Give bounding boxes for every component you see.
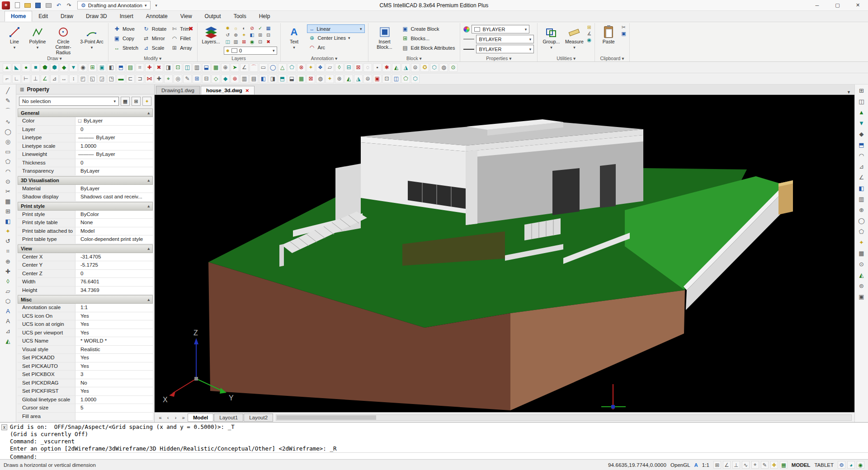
toolbar-icon[interactable]: ⬠ xyxy=(401,75,410,83)
snap-tool-icon[interactable]: ⊕ xyxy=(859,207,864,213)
toolbar-icon[interactable]: ▦ xyxy=(212,63,220,72)
toolbar-icon[interactable]: ▲ xyxy=(3,63,11,72)
toolbar-icon[interactable]: ⊞ xyxy=(193,75,201,83)
snap-tool-icon[interactable]: ◭ xyxy=(859,272,864,278)
snap-tool-icon[interactable]: ◫ xyxy=(859,98,864,105)
properties-group-label[interactable]: Properties ▾ xyxy=(460,56,537,61)
draw-tool-icon[interactable]: ✚ xyxy=(5,268,10,275)
toolbar-icon[interactable]: ✪ xyxy=(420,63,429,72)
selection-select[interactable]: No selection ▾ xyxy=(19,97,119,106)
draw-tool-icon[interactable]: ◠ xyxy=(5,168,10,175)
tab-edit[interactable]: Edit xyxy=(32,11,54,22)
property-panel-header[interactable]: ▥ Property xyxy=(16,85,154,94)
snap-tool-icon[interactable]: ⊿ xyxy=(859,163,864,170)
toolbar-icon[interactable]: △ xyxy=(278,63,287,72)
toolbar-icon[interactable]: ▬ xyxy=(117,75,125,83)
status-right-icon[interactable]: ⚙ xyxy=(838,461,845,469)
snap-tool-icon[interactable]: ⊙ xyxy=(859,261,864,268)
toolbar-icon[interactable]: ▭ xyxy=(259,63,268,72)
tab-list-icon[interactable]: ▼ xyxy=(847,90,851,94)
draw-tool-icon[interactable]: ⬡ xyxy=(5,298,10,305)
layer-tool-icon[interactable]: ◫ xyxy=(224,39,232,44)
drawing-tab-drawing1[interactable]: Drawing1.dwg xyxy=(156,86,200,94)
property-value[interactable]: Yes xyxy=(75,312,153,320)
property-row[interactable]: Annotation scale1:1 xyxy=(18,304,153,312)
property-row[interactable]: UCS icon OnYes xyxy=(18,312,153,321)
tablet-toggle[interactable]: TABLET xyxy=(814,462,834,468)
toolbar-icon[interactable]: ⊜ xyxy=(411,63,420,72)
toolbar-icon[interactable]: ▦ xyxy=(297,75,306,83)
command-close-icon[interactable]: x xyxy=(1,424,7,430)
property-value[interactable] xyxy=(75,413,153,421)
toolbar-icon[interactable]: ◧ xyxy=(107,63,116,72)
toolbar-icon[interactable]: ✚ xyxy=(145,63,154,72)
toolbar-icon[interactable]: ⊙ xyxy=(449,63,458,72)
draw-tool-icon[interactable]: ⌗ xyxy=(6,248,9,255)
toolbar-icon[interactable]: ✚ xyxy=(155,75,163,83)
tab-output[interactable]: Output xyxy=(198,11,227,22)
status-toggle-icon[interactable]: ✎ xyxy=(761,461,769,469)
circle-button[interactable]: Circle Center-Radius xyxy=(50,24,76,55)
property-value[interactable]: Realistic xyxy=(75,346,153,354)
toolbar-icon[interactable]: ⬡ xyxy=(411,75,420,83)
draw-tool-icon[interactable]: ▱ xyxy=(6,288,10,295)
modify-tool-button[interactable]: ⇄Mirror xyxy=(141,34,168,43)
property-row[interactable]: Print style tableNone xyxy=(18,219,153,227)
draw-tool-icon[interactable]: ◯ xyxy=(5,128,11,135)
tab-annotate[interactable]: Annotate xyxy=(140,11,174,22)
layer-tool-icon[interactable]: ◧ xyxy=(248,32,256,38)
property-value[interactable]: Yes xyxy=(75,387,153,395)
model-space-toggle[interactable]: MODEL xyxy=(792,462,811,468)
toolbar-icon[interactable]: ⊏ xyxy=(126,75,135,83)
section-header-3d-visualisation[interactable]: 3D Visualisation ▴ xyxy=(18,176,153,185)
status-toggle-icon[interactable]: ⌖ xyxy=(751,461,759,469)
toolbar-icon[interactable]: ✦ xyxy=(307,63,315,72)
property-row[interactable]: Color□ByLayer xyxy=(18,117,153,126)
snap-tool-icon[interactable]: ▦ xyxy=(859,250,864,257)
layer-tool-icon[interactable]: ◐ xyxy=(240,25,248,31)
toolbar-icon[interactable]: ⬡ xyxy=(430,63,439,72)
draw-tool-icon[interactable]: ⌒ xyxy=(5,107,11,115)
toolbar-icon[interactable]: ⊡ xyxy=(174,63,182,72)
blocks-button[interactable]: ⊞ Blocks... xyxy=(400,34,457,43)
toolbar-icon[interactable]: ⬒ xyxy=(278,75,287,83)
property-row[interactable]: Set PICKAUTOYes xyxy=(18,362,153,371)
snap-tool-icon[interactable]: ⊞ xyxy=(859,87,864,94)
minimize-button[interactable]: ─ xyxy=(807,0,827,11)
property-value[interactable]: None xyxy=(75,219,153,227)
toolbar-icon[interactable]: ◫ xyxy=(392,75,401,83)
property-row[interactable]: Lineweight———ByLayer xyxy=(18,150,153,159)
toolbar-icon[interactable]: ⌐ xyxy=(3,75,11,83)
toolbar-icon[interactable]: ● xyxy=(22,63,30,72)
property-row[interactable]: Layer0 xyxy=(18,126,153,134)
draw-tool-icon[interactable]: A xyxy=(6,318,10,324)
toolbar-icon[interactable]: ⌒ xyxy=(250,63,258,72)
draw-tool-icon[interactable]: ╱ xyxy=(6,87,10,94)
toolbar-icon[interactable]: ⌖ xyxy=(164,75,173,83)
last-layout-button[interactable]: » xyxy=(179,415,187,420)
layer-tool-icon[interactable]: ▦ xyxy=(264,25,273,31)
draw-tool-icon[interactable]: ↺ xyxy=(5,238,10,244)
toolbar-icon[interactable]: ▤ xyxy=(126,63,135,72)
draw-tool-icon[interactable]: ◧ xyxy=(5,218,10,225)
layer-tool-icon[interactable]: ⊘ xyxy=(248,25,256,31)
property-value[interactable]: ByLayer xyxy=(75,167,153,175)
toolbar-icon[interactable]: ⊿ xyxy=(50,75,59,83)
modify-tool-button[interactable]: ✚Move xyxy=(112,24,140,33)
snap-tool-icon[interactable]: ∠ xyxy=(859,174,864,181)
toolbar-icon[interactable]: ◨ xyxy=(164,63,173,72)
toolbar-icon[interactable]: ▱ xyxy=(326,63,334,72)
property-row[interactable]: Width76.6401 xyxy=(18,278,153,287)
section-header-print-style[interactable]: Print style ▴ xyxy=(18,202,153,211)
close-button[interactable]: ✕ xyxy=(848,0,868,11)
maximize-button[interactable]: ▢ xyxy=(827,0,848,11)
property-row[interactable]: Linetype scale1.0000 xyxy=(18,142,153,151)
snap-tool-icon[interactable]: ▥ xyxy=(859,196,864,202)
toolbar-icon[interactable]: ⊕ xyxy=(221,63,230,72)
toolbar-icon[interactable]: ⊗ xyxy=(297,63,306,72)
toolbar-icon[interactable]: ◰ xyxy=(79,75,87,83)
snap-tool-icon[interactable]: ◯ xyxy=(858,217,865,224)
toolbar-icon[interactable]: ⋈ xyxy=(145,75,154,83)
modify-tool-button[interactable]: ↔Stretch xyxy=(112,43,140,52)
toolbar-icon[interactable]: ⊟ xyxy=(202,75,211,83)
